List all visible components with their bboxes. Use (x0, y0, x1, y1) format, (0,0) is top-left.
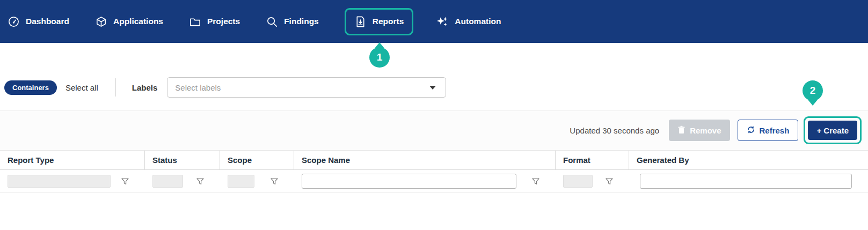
updated-status-text: Updated 30 seconds ago (570, 126, 659, 135)
filter-funnel-icon[interactable] (532, 178, 539, 185)
trash-icon (677, 125, 685, 136)
filter-funnel-icon[interactable] (606, 178, 613, 185)
nav-item-projects[interactable]: Projects (189, 16, 240, 28)
labels-label: Labels (132, 83, 158, 92)
nav-label: Findings (284, 17, 319, 26)
report-type-filter-input[interactable] (8, 175, 111, 188)
refresh-icon (747, 125, 755, 136)
column-header-format: Format (556, 151, 629, 169)
automation-sparkles-icon (436, 15, 449, 28)
annotation-pin-2: 2 (803, 80, 823, 101)
create-button-label: + Create (816, 126, 849, 135)
column-header-scope-name: Scope Name (294, 151, 556, 169)
applications-icon (95, 16, 107, 28)
column-header-status: Status (145, 151, 220, 169)
column-header-generated-by: Generated By (629, 151, 868, 169)
select-labels-placeholder: Select labels (175, 83, 429, 92)
nav-label: Applications (113, 17, 163, 26)
findings-icon (266, 16, 278, 28)
step2-highlight-box: + Create (804, 116, 862, 144)
filter-funnel-icon[interactable] (196, 178, 204, 185)
select-all-option[interactable]: Select all (65, 83, 98, 92)
filter-funnel-icon[interactable] (271, 178, 278, 185)
refresh-button[interactable]: Refresh (738, 120, 799, 141)
table-filter-row (0, 170, 868, 193)
status-filter-input[interactable] (152, 175, 183, 188)
format-filter-input[interactable] (563, 175, 593, 188)
nav-item-reports[interactable]: Reports (354, 16, 404, 28)
nav-item-dashboard[interactable]: Dashboard (8, 16, 69, 28)
scope-filter-input[interactable] (228, 175, 254, 188)
nav-item-automation[interactable]: Automation (436, 15, 501, 28)
nav-item-applications[interactable]: Applications (95, 16, 163, 28)
toolbar: Updated 30 seconds ago Remove Refresh + … (570, 117, 862, 144)
dashboard-icon (8, 16, 20, 28)
top-navbar: Dashboard Applications Projects Findings (0, 0, 868, 43)
nav-label: Dashboard (26, 17, 69, 26)
create-button[interactable]: + Create (808, 121, 857, 140)
remove-button-label: Remove (690, 126, 721, 135)
filter-cell-scope (220, 170, 294, 192)
column-header-scope: Scope (220, 151, 294, 169)
table-header-row: Report Type Status Scope Scope Name Form… (0, 150, 868, 170)
chevron-down-icon (429, 86, 436, 90)
annotation-pin-2-label: 2 (810, 85, 816, 97)
filter-cell-scope-name (294, 170, 556, 192)
annotation-pin-1: 1 (369, 47, 390, 68)
step1-highlight-box: Reports (345, 8, 414, 35)
nav-label: Projects (207, 17, 240, 26)
refresh-button-label: Refresh (760, 126, 790, 135)
filter-cell-format (556, 170, 629, 192)
nav-label: Reports (373, 17, 404, 26)
remove-button[interactable]: Remove (669, 120, 730, 141)
nav-item-findings[interactable]: Findings (266, 16, 319, 28)
filter-bar: Containers Select all Labels Select labe… (4, 76, 868, 99)
select-labels-dropdown[interactable]: Select labels (167, 77, 446, 98)
filter-cell-report-type (0, 170, 145, 192)
nav-label: Automation (455, 17, 501, 26)
annotation-pin-1-label: 1 (377, 51, 383, 63)
reports-icon (354, 16, 367, 28)
containers-pill[interactable]: Containers (4, 80, 57, 95)
generated-by-filter-input[interactable] (640, 174, 852, 189)
scope-name-filter-input[interactable] (302, 174, 516, 189)
filter-funnel-icon[interactable] (121, 178, 129, 185)
filter-cell-status (145, 170, 220, 192)
column-header-report-type: Report Type (0, 151, 145, 169)
divider (115, 78, 116, 97)
filter-cell-generated-by (629, 170, 868, 192)
projects-icon (189, 16, 201, 28)
